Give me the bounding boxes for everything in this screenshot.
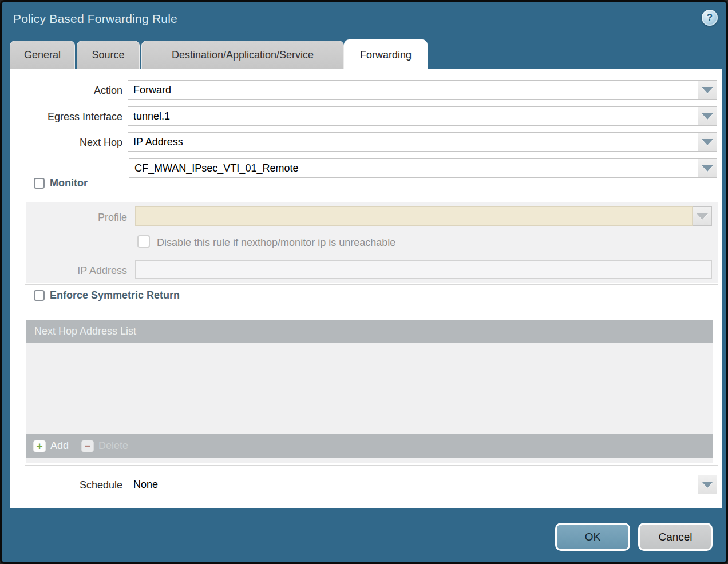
help-icon[interactable]: ?	[702, 10, 718, 26]
action-label: Action	[10, 85, 122, 97]
disable-rule-label: Disable this rule if nexthop/monitor ip …	[157, 237, 395, 249]
monitor-section: Monitor Profile Disable this rule if nex…	[25, 184, 718, 285]
schedule-label: Schedule	[10, 479, 122, 491]
delete-button-label: Delete	[98, 440, 128, 452]
tab-source[interactable]: Source	[77, 41, 140, 69]
chevron-down-icon	[702, 87, 713, 93]
egress-interface-select[interactable]	[128, 106, 706, 126]
action-dropdown-button[interactable]	[698, 80, 717, 100]
next-hop-address-list-header: Next Hop Address List	[26, 320, 713, 343]
forwarding-tab-panel: Action Egress Interface Next Hop Monitor	[10, 69, 722, 508]
monitor-legend: Monitor	[50, 177, 88, 189]
plus-icon: +	[33, 440, 46, 452]
profile-label: Profile	[25, 212, 127, 224]
next-hop-label: Next Hop	[10, 137, 122, 149]
chevron-down-icon	[702, 482, 713, 488]
next-hop-type-select[interactable]	[128, 132, 706, 152]
egress-interface-dropdown-button[interactable]	[698, 106, 717, 126]
profile-select	[135, 206, 693, 226]
table-bottom-strip	[26, 458, 713, 463]
policy-based-forwarding-dialog: Policy Based Forwarding Rule ? General S…	[0, 0, 728, 564]
dialog-title: Policy Based Forwarding Rule	[13, 12, 177, 26]
next-hop-dropdown-button[interactable]	[698, 132, 717, 152]
enforce-symmetric-return-legend: Enforce Symmetric Return	[50, 289, 180, 301]
next-hop-address-dropdown-button[interactable]	[698, 158, 717, 178]
tab-general[interactable]: General	[10, 41, 75, 69]
tab-forwarding[interactable]: Forwarding	[344, 39, 428, 70]
add-button[interactable]: + Add	[33, 440, 69, 452]
next-hop-address-input[interactable]	[129, 158, 706, 178]
schedule-dropdown-button[interactable]	[698, 475, 717, 494]
schedule-select[interactable]	[128, 475, 706, 494]
disable-rule-checkbox	[137, 235, 150, 248]
enforce-symmetric-return-checkbox[interactable]	[34, 290, 45, 301]
monitor-checkbox[interactable]	[34, 178, 45, 189]
chevron-down-icon	[702, 165, 713, 172]
tab-destination-application-service[interactable]: Destination/Application/Service	[141, 41, 344, 69]
add-button-label: Add	[50, 440, 69, 452]
profile-dropdown-button	[693, 206, 712, 226]
chevron-down-icon	[702, 139, 713, 145]
chevron-down-icon	[702, 113, 713, 120]
minus-icon: −	[81, 440, 94, 452]
delete-button: − Delete	[81, 440, 128, 452]
cancel-button[interactable]: Cancel	[638, 523, 713, 551]
egress-interface-label: Egress Interface	[10, 111, 122, 123]
monitor-ip-address-input	[135, 260, 712, 279]
symmetric-return-section: Enforce Symmetric Return Next Hop Addres…	[25, 296, 718, 466]
action-select[interactable]	[128, 80, 706, 100]
monitor-ip-address-label: IP Address	[25, 265, 127, 277]
chevron-down-icon	[697, 213, 708, 220]
ok-button[interactable]: OK	[555, 523, 630, 551]
next-hop-address-list-toolbar: + Add − Delete	[26, 434, 713, 458]
next-hop-address-list-body[interactable]	[26, 343, 713, 434]
